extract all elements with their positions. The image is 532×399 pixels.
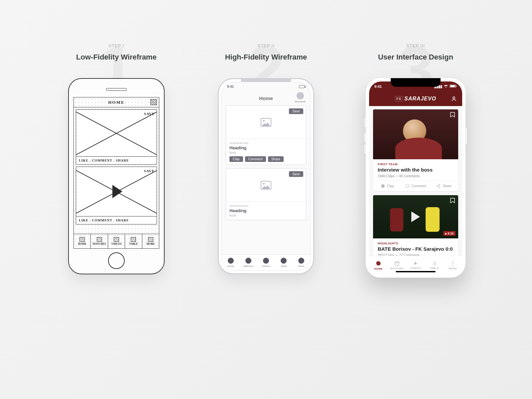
subheading: SUBHEADING (229, 142, 303, 145)
brand-header: FK SARAJEVO (369, 91, 462, 106)
menu-icon[interactable] (150, 99, 157, 105)
body-text: Body (229, 214, 303, 217)
share-button[interactable]: Share (268, 156, 284, 162)
svg-point-13 (452, 265, 453, 266)
tab-table[interactable]: TABLE (425, 256, 444, 274)
status-bar: 9:41 ▮▮▮▮ (369, 81, 462, 91)
tab-matches[interactable]: Matches (239, 255, 257, 270)
body-text: Body (229, 151, 303, 154)
mid-card[interactable]: Save SUBHEADING Heading Body (226, 168, 306, 220)
step-title: Low-Fidelity Wireframe (76, 53, 157, 62)
image-placeholder: Save (226, 106, 306, 139)
lofi-actions[interactable]: LIKE . COMMENT . SHARE (76, 216, 157, 224)
clap-button[interactable]: Clap (373, 181, 401, 191)
article-stats: 1946 Claps•46 Comments (378, 174, 454, 178)
calendar-icon (394, 261, 400, 266)
save-button[interactable]: SAVE (144, 112, 155, 116)
status-time: 9:41 (374, 84, 382, 88)
profile-icon[interactable] (451, 96, 457, 102)
tab-matches[interactable]: MATCHES (388, 256, 406, 274)
mid-tabbar: Home Matches Videos Table More (222, 254, 310, 270)
video-thumbnail[interactable]: 3:15 (373, 195, 458, 238)
video-placeholder[interactable]: SAVE (76, 167, 157, 216)
category-label: HIGHLIGHTS (378, 242, 454, 245)
svg-point-11 (452, 261, 453, 262)
clap-button[interactable]: Clap (229, 156, 243, 162)
phone-midfi: 9:41 Home Account Save (218, 78, 314, 274)
account-button[interactable]: Account (295, 92, 306, 103)
phone-hifi: 9:41 ▮▮▮▮ FK SARAJEV (366, 78, 466, 278)
image-placeholder: Save (226, 169, 306, 202)
svg-point-8 (439, 187, 440, 188)
play-icon (112, 185, 122, 198)
svg-point-7 (437, 186, 438, 187)
lofi-card[interactable]: SAVE LIKE . COMMENT . SHARE (76, 109, 157, 165)
battery-icon (450, 84, 457, 88)
list-icon (432, 261, 437, 266)
hi-tabbar: HOME MATCHES VIDEOS TABLE (369, 256, 462, 274)
article-stats: 2810 Claps•72 Comments (378, 253, 454, 256)
tab-matches[interactable]: MATCHES (91, 234, 108, 248)
category-label: FIRST TEAM (378, 163, 454, 166)
video-duration: 3:15 (443, 231, 456, 236)
step-title: User Interface Design (378, 53, 453, 62)
article-image (373, 109, 458, 159)
status-bar: 9:41 (222, 82, 310, 91)
subheading: SUBHEADING (229, 204, 303, 207)
picture-icon (261, 181, 271, 190)
avatar-icon (297, 92, 304, 99)
bookmark-icon[interactable] (450, 112, 455, 117)
tab-more[interactable]: MORE (444, 256, 462, 274)
tab-more[interactable]: More (293, 255, 310, 270)
mid-card[interactable]: Save SUBHEADING Heading Body Clap Commen… (226, 105, 306, 165)
more-icon (452, 261, 454, 266)
svg-rect-10 (395, 262, 399, 265)
tab-more[interactable]: MORE (142, 234, 159, 248)
brand-prefix: FK (395, 96, 403, 101)
phone-lofi: HOME SAVE LIKE . COMMENT . SHARE SAVE (68, 78, 165, 274)
svg-point-4 (381, 184, 385, 188)
article-title: Interview with the boss (378, 167, 454, 173)
comment-button[interactable]: Comment (245, 156, 266, 162)
mid-header: Home Account (222, 91, 310, 105)
tab-table[interactable]: TABLE (125, 234, 142, 248)
step-label: STEP I (109, 43, 124, 48)
tab-videos[interactable]: VIDEOS (108, 234, 125, 248)
lofi-card[interactable]: SAVE LIKE . COMMENT . SHARE (76, 167, 157, 224)
heading: Heading (229, 145, 303, 150)
step-title: High-Fidelity Wireframe (225, 53, 307, 62)
video-card[interactable]: 3:15 HIGHLIGHTS BATE Borisov - FK Saraje… (373, 195, 458, 256)
home-icon (375, 260, 381, 266)
page-title: Home (259, 95, 273, 101)
play-icon (413, 261, 418, 266)
lofi-actions[interactable]: LIKE . COMMENT . SHARE (76, 156, 157, 164)
svg-point-3 (453, 97, 455, 99)
save-button[interactable]: Save (289, 171, 303, 177)
play-icon (411, 211, 420, 222)
tab-videos[interactable]: VIDEOS (406, 256, 425, 274)
status-time: 9:41 (227, 85, 234, 88)
tab-home[interactable]: HOME (74, 234, 91, 248)
svg-rect-5 (406, 185, 409, 187)
save-button[interactable]: SAVE (144, 169, 155, 173)
battery-icon (299, 85, 305, 88)
tab-table[interactable]: Table (275, 255, 293, 270)
image-placeholder: SAVE (76, 110, 157, 156)
lofi-header: HOME (74, 97, 159, 107)
step-label: STEP III (406, 43, 425, 48)
tab-home[interactable]: HOME (369, 256, 388, 274)
tab-videos[interactable]: Videos (257, 255, 275, 270)
signal-icon: ▮▮▮▮ (434, 84, 442, 89)
svg-rect-2 (456, 85, 457, 87)
tab-home[interactable]: Home (222, 255, 239, 270)
article-title: BATE Borisov - FK Sarajevo 0:0 (378, 246, 454, 252)
picture-icon (261, 118, 271, 127)
share-button[interactable]: Share (430, 181, 458, 191)
wifi-icon (444, 84, 448, 88)
article-card[interactable]: FIRST TEAM Interview with the boss 1946 … (373, 109, 458, 191)
step-label: STEP II (257, 43, 275, 48)
comment-button[interactable]: Comment (401, 181, 430, 191)
bookmark-icon[interactable] (450, 198, 455, 203)
save-button[interactable]: Save (289, 108, 303, 114)
svg-point-6 (439, 184, 440, 185)
